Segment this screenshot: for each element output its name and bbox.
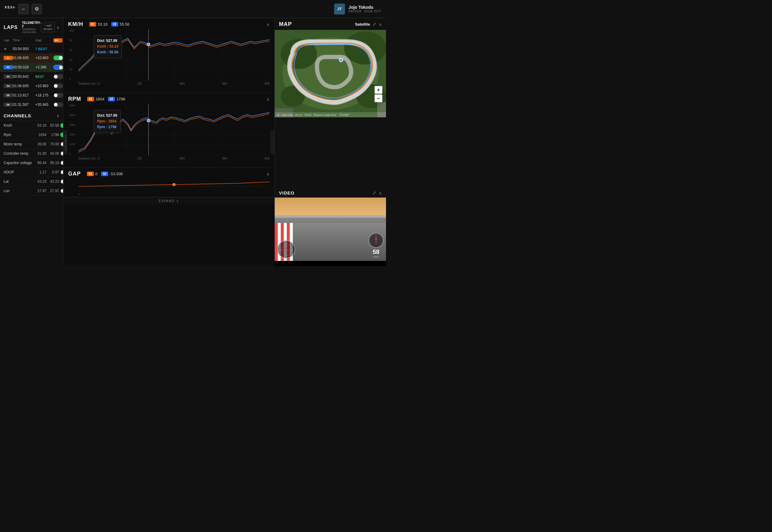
collapse-side-button[interactable]: COLLAPSE xyxy=(63,130,68,154)
zoom-in-button[interactable]: + xyxy=(375,86,382,94)
tooltip-dist: Dist: 527.99 xyxy=(97,38,119,44)
channel-name: Km/h xyxy=(4,123,34,128)
top-nav: KES® ← ⚙ JT Jojo Tokodu DRIVER SIGN OUT xyxy=(0,0,386,18)
map-header: MAP Satellite ⤢ ∧ xyxy=(275,18,386,30)
map-report-link[interactable]: Report a map error xyxy=(313,113,336,116)
lap-toggle[interactable] xyxy=(53,74,63,79)
lap-row[interactable]: 05 01:13.817 +18.175 xyxy=(0,91,63,100)
channel-toggle[interactable] xyxy=(60,132,63,137)
video-title: VIDEO xyxy=(279,190,295,195)
map-data-label: Map Data xyxy=(281,113,293,116)
satellite-button[interactable]: Satellite xyxy=(355,22,370,27)
kmh-chart-title: KM/H xyxy=(68,21,83,27)
lap-row[interactable]: 06 01:31.587 +35.945 xyxy=(0,100,63,109)
channel-toggle[interactable] xyxy=(60,123,63,128)
channel-toggle[interactable] xyxy=(60,142,63,147)
back-button[interactable]: ← xyxy=(18,4,29,14)
rpm-lap1-val: 1654 xyxy=(96,97,104,101)
gap-collapse-button[interactable]: ∧ xyxy=(267,172,270,176)
channel-name: Rpm xyxy=(4,133,34,137)
channel-val1: 39.00 xyxy=(35,142,46,146)
kmh-lap1-val: 53.10 xyxy=(98,22,108,27)
kmh-collapse-button[interactable]: ∧ xyxy=(267,22,270,27)
map-terms-link[interactable]: Terms xyxy=(304,113,312,116)
map-expand-button[interactable]: ⤢ xyxy=(372,21,376,27)
lap-num: 03 xyxy=(4,74,13,79)
lap-gap: +18.175 xyxy=(35,93,53,97)
expand-bar[interactable]: EXPAND ∧ xyxy=(63,197,274,204)
channels-collapse-button[interactable]: ∧ xyxy=(56,113,59,118)
svg-point-22 xyxy=(147,119,150,122)
gap-chart-header: GAP 01 0 02 -53.936 ∧ xyxy=(63,168,274,179)
collapse-right-button[interactable]: › xyxy=(270,130,274,154)
channel-toggle[interactable] xyxy=(60,160,63,165)
rpm-lap2-num: 02 xyxy=(108,97,115,101)
lap-time: 00:54.950 xyxy=(13,47,35,51)
x-label: 463 xyxy=(180,157,185,160)
channels-header: CHANNELS ∧ xyxy=(0,109,63,121)
tooltip-dist: Dist: 527.99 xyxy=(97,113,117,119)
x-label: 926 xyxy=(264,82,270,85)
lap-row[interactable]: ★ 00:54.950 T BEST xyxy=(0,45,63,53)
rpm-chart-area: 500040003000200010000 xyxy=(68,104,270,164)
g-meter-overlay: 0G xyxy=(277,240,295,258)
channel-val2: 40.00 xyxy=(48,151,59,156)
rpm-lap2-badge: 02 1798 xyxy=(108,97,125,101)
channel-val2: 55.56 xyxy=(48,123,59,128)
tooltip-blue: Km/h : 55.56 xyxy=(97,49,119,55)
zoom-out-button[interactable]: − xyxy=(375,94,382,102)
channel-val1: 96.44 xyxy=(35,161,46,165)
laps-collapse-button[interactable]: ∧ xyxy=(56,25,59,30)
channel-toggle[interactable] xyxy=(60,179,63,184)
channels-title: CHANNELS xyxy=(4,113,31,118)
g-meter-crosshair xyxy=(278,241,296,259)
channel-toggle[interactable] xyxy=(60,151,63,156)
kmh-y-labels: 100806040200 xyxy=(68,29,77,81)
left-panel: LAPS TELEMETRY-2 10/26/2023, 2:03:43 PM … xyxy=(0,18,63,266)
lap-toggle[interactable] xyxy=(53,84,63,88)
lap-row[interactable]: 02 00:59.028 +3.386 xyxy=(0,63,63,72)
channel-val2: 0.97 xyxy=(48,170,59,174)
add-session-button[interactable]: + addsession xyxy=(41,23,55,32)
lap-row[interactable]: 04 01:06.605 +10.963 xyxy=(0,81,63,91)
channel-row: Lat 43.23 43.23 xyxy=(0,177,63,186)
x-label: 926 xyxy=(264,157,270,160)
star-icon: ★ xyxy=(4,47,13,51)
lap-toggle[interactable] xyxy=(53,102,63,107)
rpm-chart-header: RPM 01 1654 02 1798 ∧ xyxy=(63,93,274,104)
lap-time: 01:13.817 xyxy=(13,93,35,97)
lap-toggle[interactable] xyxy=(53,93,63,98)
channel-toggle[interactable] xyxy=(60,170,63,175)
lap-num: 06 xyxy=(4,103,13,107)
map-footer-icon: ⊞ xyxy=(277,113,280,116)
channel-toggle[interactable] xyxy=(60,188,63,193)
video-collapse-button[interactable]: ∧ xyxy=(379,191,382,195)
lap-gap: T BEST xyxy=(35,47,53,51)
video-expand-button[interactable]: ⤢ xyxy=(372,190,376,196)
time-col-header: Time xyxy=(13,38,35,43)
gap-chart-title: GAP xyxy=(68,171,81,177)
kmh-chart-section: KM/H 01 53.10 02 55.56 ∧ 100806040200 xyxy=(63,18,274,93)
rpm-collapse-button[interactable]: ∧ xyxy=(267,97,270,102)
video-section: VIDEO ⤢ ∧ xyxy=(275,188,386,266)
channel-val1: 31.00 xyxy=(35,151,46,156)
map-collapse-button[interactable]: ∧ xyxy=(379,22,382,27)
gap-chart-section: GAP 01 0 02 -53.936 ∧ xyxy=(63,168,274,197)
speed-value: 58 xyxy=(369,249,384,255)
settings-button[interactable]: ⚙ xyxy=(32,4,42,14)
svg-point-31 xyxy=(339,58,343,62)
lap-toggle[interactable] xyxy=(53,55,63,60)
user-role: DRIVER xyxy=(349,10,362,13)
channel-name: Lat xyxy=(4,179,34,184)
kmh-lap1-badge: 01 53.10 xyxy=(89,22,108,27)
lap-num: 04 xyxy=(4,84,13,88)
map-controls: Satellite ⤢ ∧ xyxy=(355,21,382,27)
expand-label: EXPAND xyxy=(159,199,174,203)
rpm-chart-title: RPM xyxy=(68,96,81,102)
lap-toggle[interactable] xyxy=(53,65,63,70)
signout-link[interactable]: SIGN OUT xyxy=(364,10,381,13)
channel-row: HDOP 1.17 0.97 xyxy=(0,168,63,177)
map-section: MAP Satellite ⤢ ∧ xyxy=(275,18,386,188)
lap-row[interactable]: 01 01:06.605 +10.963 xyxy=(0,53,63,63)
lap-row[interactable]: 03 00:55.642 BEST xyxy=(0,72,63,81)
